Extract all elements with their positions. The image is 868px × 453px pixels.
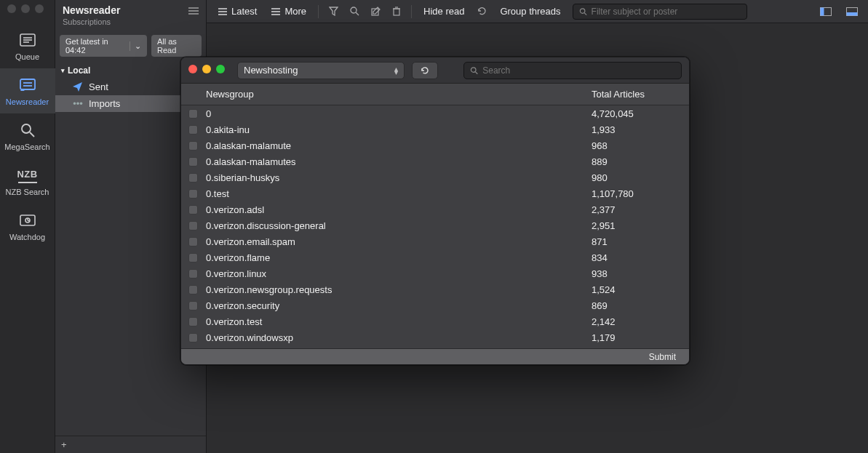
row-checkbox[interactable] — [188, 317, 198, 326]
rail-item-nzbsearch[interactable]: NZB NZB Search — [0, 159, 55, 204]
more-button[interactable]: More — [266, 3, 312, 20]
row-checkbox[interactable] — [188, 269, 198, 278]
row-checkbox[interactable] — [188, 173, 198, 183]
get-latest-button[interactable]: Get latest in 04:42 ⌄ — [60, 35, 147, 57]
table-row[interactable]: 0.akita-inu1,933 — [181, 121, 689, 137]
modal-traffic-lights[interactable] — [188, 65, 230, 76]
sidebar-subtitle: Subscriptions — [63, 17, 199, 26]
svg-rect-33 — [847, 12, 858, 16]
search-icon — [470, 66, 478, 75]
group-threads-button[interactable]: Group threads — [494, 3, 566, 20]
table-row[interactable]: 0.alaskan-malamutes889 — [181, 153, 689, 169]
window-traffic-lights[interactable] — [7, 4, 44, 13]
compose-icon[interactable] — [367, 4, 385, 19]
row-total: 869 — [592, 300, 679, 311]
row-checkbox[interactable] — [188, 125, 198, 135]
table-body[interactable]: 04,720,0450.akita-inu1,9330.alaskan-mala… — [181, 105, 689, 348]
table-row[interactable]: 0.siberian-huskys980 — [181, 169, 689, 185]
row-total: 834 — [592, 252, 679, 263]
rail-label: Newsreader — [6, 97, 49, 106]
filter-input-wrap[interactable] — [573, 4, 747, 20]
panel-bottom-icon[interactable] — [842, 4, 862, 19]
search-icon — [18, 122, 37, 138]
table-row[interactable]: 0.verizon.windowsxp1,179 — [181, 329, 689, 345]
table-row[interactable]: 0.verizon.newsgroup.requests1,524 — [181, 281, 689, 297]
row-checkbox[interactable] — [188, 285, 198, 294]
modal-refresh-button[interactable] — [412, 62, 438, 79]
row-newsgroup: 0.verizon.security — [206, 300, 592, 311]
latest-button[interactable]: Latest — [212, 3, 263, 20]
table-row[interactable]: 0.verizon.adsl2,377 — [181, 201, 689, 217]
modal-search-input[interactable] — [482, 65, 675, 76]
svg-point-7 — [22, 124, 31, 133]
panel-left-icon[interactable] — [816, 4, 836, 19]
table-row[interactable]: 0.verizon.test2,142 — [181, 313, 689, 329]
row-total: 1,524 — [592, 284, 679, 295]
row-total: 871 — [592, 236, 679, 247]
provider-select[interactable]: Newshosting ▴▾ — [237, 62, 405, 79]
col-newsgroup[interactable]: Newsgroup — [206, 89, 592, 100]
refresh-icon[interactable] — [473, 4, 491, 19]
all-as-read-button[interactable]: All as Read — [151, 35, 202, 57]
row-newsgroup: 0.test — [206, 188, 592, 199]
row-total: 968 — [592, 140, 679, 151]
row-newsgroup: 0.akita-inu — [206, 124, 592, 135]
row-total: 2,142 — [592, 316, 679, 327]
row-checkbox[interactable] — [188, 221, 198, 230]
newsreader-icon — [18, 77, 37, 93]
watchdog-icon — [18, 212, 37, 228]
row-newsgroup: 0.verizon.test — [206, 316, 592, 327]
row-checkbox[interactable] — [188, 189, 198, 199]
row-checkbox[interactable] — [188, 157, 198, 167]
nzb-icon: NZB — [18, 167, 37, 183]
table-row[interactable]: 0.test1,107,780 — [181, 185, 689, 201]
sidebar-menu-icon[interactable] — [187, 4, 200, 17]
rail-item-megasearch[interactable]: MegaSearch — [0, 113, 55, 159]
filter-input[interactable] — [592, 7, 741, 17]
row-total: 1,933 — [592, 124, 679, 135]
row-newsgroup: 0.verizon.adsl — [206, 204, 592, 215]
hide-read-button[interactable]: Hide read — [418, 3, 470, 20]
row-checkbox[interactable] — [188, 237, 198, 246]
row-checkbox[interactable] — [188, 205, 198, 215]
svg-point-22 — [351, 7, 357, 13]
row-checkbox[interactable] — [188, 253, 198, 262]
all-read-label: All as Read — [157, 37, 196, 55]
search-icon[interactable] — [346, 4, 364, 19]
svg-line-23 — [356, 12, 359, 15]
row-checkbox[interactable] — [188, 141, 198, 151]
funnel-icon[interactable] — [324, 4, 343, 19]
dots-icon: ••• — [73, 98, 83, 109]
chevron-down-icon: ⌄ — [130, 41, 141, 51]
submit-button[interactable]: Submit — [649, 352, 676, 362]
table-row[interactable]: 0.verizon.discussion-general2,951 — [181, 217, 689, 233]
rail-item-watchdog[interactable]: Watchdog — [0, 204, 55, 249]
latest-label: Latest — [231, 6, 257, 17]
row-newsgroup: 0.verizon.email.spam — [206, 236, 592, 247]
row-total: 980 — [592, 172, 679, 183]
col-total[interactable]: Total Articles — [592, 89, 679, 100]
row-checkbox[interactable] — [188, 301, 198, 310]
row-newsgroup: 0.verizon.windowsxp — [206, 332, 592, 343]
svg-line-12 — [28, 220, 29, 221]
table-row[interactable]: 04,720,045 — [181, 105, 689, 121]
table-row[interactable]: 0.alaskan-malamute968 — [181, 137, 689, 153]
table-row[interactable]: 0.verizon.linux938 — [181, 265, 689, 281]
svg-point-28 — [580, 8, 584, 12]
rail-item-newsreader[interactable]: Newsreader — [0, 68, 55, 113]
rail-label: NZB Search — [6, 188, 49, 196]
row-newsgroup: 0.verizon.discussion-general — [206, 220, 592, 231]
trash-icon[interactable] — [388, 4, 405, 19]
row-checkbox[interactable] — [188, 109, 198, 119]
rail-label: Queue — [15, 52, 39, 61]
row-checkbox[interactable] — [188, 333, 198, 342]
provider-label: Newshosting — [244, 65, 298, 76]
table-row[interactable]: 0.verizon.flame834 — [181, 249, 689, 265]
table-row[interactable]: 0.verizon.email.spam871 — [181, 233, 689, 249]
more-label: More — [284, 6, 306, 17]
rail-item-queue[interactable]: Queue — [0, 23, 55, 68]
sidebar-add-button[interactable]: + — [55, 436, 206, 453]
table-row[interactable]: 0.verizon.security869 — [181, 297, 689, 313]
modal-search-wrap[interactable] — [463, 62, 682, 79]
sidebar-title: Newsreader — [63, 4, 199, 16]
